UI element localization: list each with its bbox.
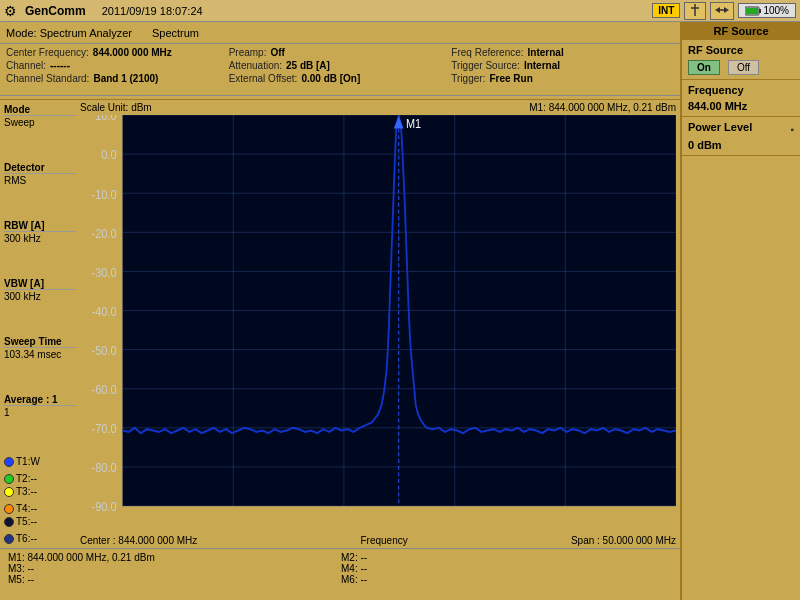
t2-dot <box>4 474 14 484</box>
marker-row-3: T5:-- T6:-- <box>4 516 76 544</box>
center-freq-row: Center Frequency: 844.000 000 MHz <box>6 47 229 58</box>
svg-rect-5 <box>746 8 758 14</box>
chart-freq-label: Frequency <box>360 535 407 546</box>
marker-t5: T5:-- <box>4 516 37 527</box>
m1-status: M1: 844.000 000 MHz, 0.21 dBm <box>8 552 339 563</box>
frequency-value[interactable]: 844.00 MHz <box>688 100 794 112</box>
detector-group: Detector RMS <box>4 162 76 186</box>
freq-ref-row: Freq Reference: Internal <box>451 47 674 58</box>
svg-text:-80.0: -80.0 <box>92 462 117 475</box>
sweep-time-group: Sweep Time 103.34 msec <box>4 336 76 360</box>
chart-left-labels: Mode Sweep Detector RMS RBW [A] 300 kHz … <box>0 100 80 548</box>
info-col-2: Preamp: Off Attenuation: 25 dB [A] Exter… <box>229 47 452 92</box>
antenna-indicator <box>684 2 706 20</box>
status-left: M1: 844.000 000 MHz, 0.21 dBm M3: -- M5:… <box>8 552 339 597</box>
chart-box: Scale Unit: dBm M1: 844.000 000 MHz, 0.2… <box>80 100 680 548</box>
svg-rect-4 <box>759 9 761 13</box>
right-panel: RF Source RF Source On Off Frequency 844… <box>680 22 800 600</box>
t1-dot <box>4 457 14 467</box>
scale-unit-label: Scale Unit: dBm <box>80 102 152 113</box>
svg-text:-40.0: -40.0 <box>92 305 117 318</box>
left-panel: Mode: Spectrum Analyzer Spectrum Center … <box>0 22 680 600</box>
battery-percent: 100% <box>763 5 789 16</box>
chart-title: Scale Unit: dBm M1: 844.000 000 MHz, 0.2… <box>80 102 676 115</box>
marker-row-1: T1:W T2:-- <box>4 456 76 484</box>
rf-source-onoff: On Off <box>688 60 794 75</box>
info-col-3: Freq Reference: Internal Trigger Source:… <box>451 47 674 92</box>
app-name: GenComm <box>25 4 86 18</box>
int-indicator[interactable]: INT <box>652 3 680 18</box>
svg-text:10.0: 10.0 <box>95 115 116 122</box>
svg-text:-70.0: -70.0 <box>92 423 117 436</box>
ext-offset-row: External Offset: 0.00 dB [On] <box>229 73 452 84</box>
m5-status: M5: -- <box>8 574 339 585</box>
status-right: M2: -- M4: -- M6: -- <box>341 552 672 597</box>
chart-center-label: Center : 844.000 000 MHz <box>80 535 197 546</box>
t6-dot <box>4 534 14 544</box>
svg-text:-90.0: -90.0 <box>92 501 117 514</box>
svg-text:-50.0: -50.0 <box>92 345 117 358</box>
preamp-row: Preamp: Off <box>229 47 452 58</box>
svg-text:0.0: 0.0 <box>101 149 116 162</box>
rf-source-section: RF Source On Off <box>682 40 800 80</box>
t1-label: T1:W <box>16 456 40 467</box>
right-panel-header: RF Source <box>682 22 800 40</box>
t4-label: T4:-- <box>16 503 37 514</box>
svg-text:-10.0: -10.0 <box>92 188 117 201</box>
m6-status: M6: -- <box>341 574 672 585</box>
rf-indicator[interactable] <box>710 2 734 20</box>
m2-status: M2: -- <box>341 552 672 563</box>
t6-label: T6:-- <box>16 533 37 544</box>
marker-t4: T4:-- <box>4 503 37 514</box>
attenuation-row: Attenuation: 25 dB [A] <box>229 60 452 71</box>
mode-group: Mode Sweep <box>4 104 76 128</box>
rbw-group: RBW [A] 300 kHz <box>4 220 76 244</box>
power-level-value[interactable]: 0 dBm <box>688 139 794 151</box>
chart-span-label: Span : 50.000 000 MHz <box>571 535 676 546</box>
frequency-section: Frequency 844.00 MHz <box>682 80 800 117</box>
marker-row-2: T3:-- T4:-- <box>4 486 76 514</box>
spectrum-chart: 10.0 0.0 -10.0 -20.0 -30.0 -40.0 -50.0 -… <box>80 115 676 533</box>
logo-icon: ⚙ <box>4 3 17 19</box>
m3-status: M3: -- <box>8 563 339 574</box>
info-col-1: Center Frequency: 844.000 000 MHz Channe… <box>6 47 229 92</box>
t5-dot <box>4 517 14 527</box>
indicators: INT 100% <box>652 2 796 20</box>
chart-area: Mode Sweep Detector RMS RBW [A] 300 kHz … <box>0 100 680 548</box>
trigger-source-row: Trigger Source: Internal <box>451 60 674 71</box>
mode-bar: Mode: Spectrum Analyzer Spectrum <box>0 22 680 44</box>
datetime: 2011/09/19 18:07:24 <box>102 5 645 17</box>
svg-text:-30.0: -30.0 <box>92 266 117 279</box>
rf-source-on-button[interactable]: On <box>688 60 720 75</box>
chart-bottom-labels: Center : 844.000 000 MHz Frequency Span … <box>80 533 676 546</box>
top-bar: ⚙ GenComm 2011/09/19 18:07:24 INT 100% <box>0 0 800 22</box>
channel-row: Channel: ------ <box>6 60 229 71</box>
svg-text:M1: M1 <box>406 118 421 131</box>
t4-dot <box>4 504 14 514</box>
t2-label: T2:-- <box>16 473 37 484</box>
marker-t1: T1:W <box>4 456 40 467</box>
frequency-title: Frequency <box>688 84 794 96</box>
channel-standard-row: Channel Standard: Band 1 (2100) <box>6 73 229 84</box>
spectrum-label: Spectrum <box>152 27 199 39</box>
main-layout: Mode: Spectrum Analyzer Spectrum Center … <box>0 22 800 600</box>
m4-status: M4: -- <box>341 563 672 574</box>
marker-t2: T2:-- <box>4 473 37 484</box>
rf-source-title: RF Source <box>688 44 794 56</box>
trigger-row: Trigger: Free Run <box>451 73 674 84</box>
mode-label: Mode: Spectrum Analyzer <box>6 27 132 39</box>
rf-source-off-button[interactable]: Off <box>728 60 759 75</box>
marker-legend: T1:W T2:-- T3:-- <box>4 456 76 544</box>
svg-text:-60.0: -60.0 <box>92 384 117 397</box>
battery-indicator: 100% <box>738 3 796 18</box>
info-rows: Center Frequency: 844.000 000 MHz Channe… <box>0 44 680 96</box>
marker-t3: T3:-- <box>4 486 37 497</box>
t3-label: T3:-- <box>16 486 37 497</box>
vbw-group: VBW [A] 300 kHz <box>4 278 76 302</box>
chart-svg-wrapper: 10.0 0.0 -10.0 -20.0 -30.0 -40.0 -50.0 -… <box>80 115 676 533</box>
marker1-label: M1: 844.000 000 MHz, 0.21 dBm <box>529 102 676 113</box>
power-level-section: Power Level ▪ 0 dBm <box>682 117 800 156</box>
svg-text:-20.0: -20.0 <box>92 227 117 240</box>
t5-label: T5:-- <box>16 516 37 527</box>
power-level-info-icon: ▪ <box>790 124 794 135</box>
